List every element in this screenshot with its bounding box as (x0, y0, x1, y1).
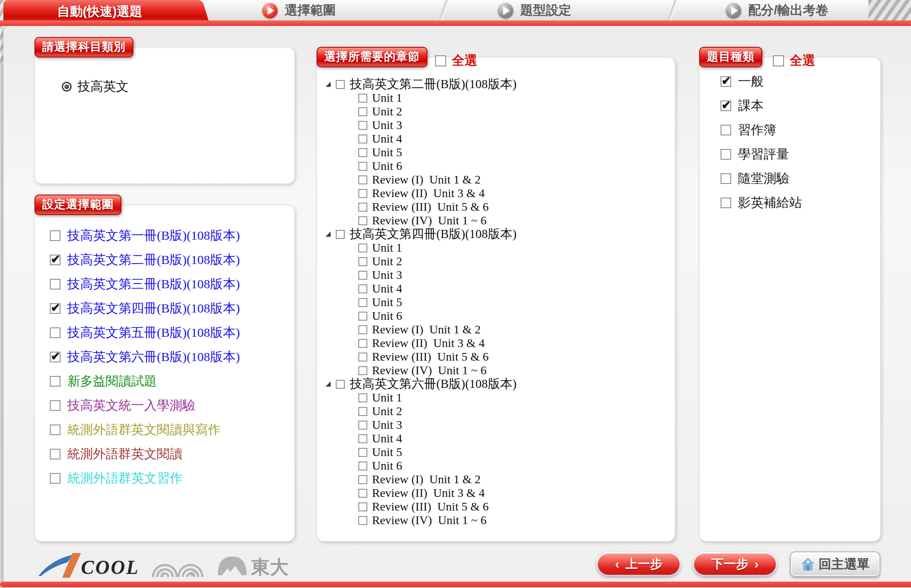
chapter-unit-row[interactable]: Unit 1 (358, 91, 671, 105)
chapter-unit-row[interactable]: Review (IV) Unit 1 ~ 6 (358, 513, 671, 527)
chapter-unit-checkbox[interactable] (358, 298, 367, 307)
chapter-unit-row[interactable]: Unit 5 (358, 146, 671, 159)
range-item-row[interactable]: 統測外語群英文習作 (50, 466, 289, 490)
chapter-unit-row[interactable]: Unit 4 (358, 132, 671, 146)
chapter-unit-checkbox[interactable] (358, 489, 367, 498)
range-item-row[interactable]: 技高英文第四冊(B版)(108版本) (50, 296, 289, 321)
chapter-unit-checkbox[interactable] (358, 107, 367, 116)
types-select-all[interactable]: 全選 (773, 52, 815, 69)
chapter-unit-row[interactable]: Unit 3 (358, 118, 671, 132)
tab-select-range[interactable]: 選擇範圍 (262, 0, 336, 20)
chapter-unit-row[interactable]: Review (III) Unit 5 & 6 (358, 200, 671, 214)
chapter-unit-row[interactable]: Unit 2 (358, 404, 671, 418)
chapter-unit-checkbox[interactable] (358, 216, 367, 225)
chapter-unit-checkbox[interactable] (358, 121, 367, 130)
chapter-unit-row[interactable]: Review (I) Unit 1 & 2 (358, 173, 671, 186)
range-item-row[interactable]: 技高英文第五冊(B版)(108版本) (50, 321, 289, 345)
chapter-unit-checkbox[interactable] (358, 257, 367, 266)
chapters-select-all-checkbox[interactable] (435, 55, 446, 66)
range-item-checkbox[interactable] (50, 279, 61, 290)
chapter-unit-row[interactable]: Review (I) Unit 1 & 2 (358, 323, 671, 336)
tree-expanded-icon[interactable] (326, 82, 331, 87)
range-item-checkbox[interactable] (50, 303, 61, 314)
question-kind-row[interactable]: 習作簿 (721, 118, 876, 142)
range-item-row[interactable]: 技高英文統一入學測驗 (50, 393, 289, 418)
tree-expanded-icon[interactable] (326, 232, 331, 237)
return-main-menu-button[interactable]: 回主選單 (790, 551, 880, 577)
chapter-unit-row[interactable]: Review (I) Unit 1 & 2 (358, 473, 671, 486)
range-item-row[interactable]: 技高英文第二冊(B版)(108版本) (50, 248, 289, 272)
question-kind-checkbox[interactable] (721, 173, 731, 184)
chapter-unit-checkbox[interactable] (358, 421, 367, 430)
chapter-unit-checkbox[interactable] (358, 284, 367, 293)
chapter-unit-checkbox[interactable] (358, 434, 367, 443)
chapter-book-checkbox[interactable] (336, 380, 345, 389)
chapter-unit-row[interactable]: Review (II) Unit 3 & 4 (358, 486, 671, 500)
question-kind-checkbox[interactable] (721, 198, 731, 208)
chapter-unit-checkbox[interactable] (358, 203, 367, 212)
range-item-checkbox[interactable] (50, 230, 61, 241)
range-item-row[interactable]: 統測外語群英文閱讀 (50, 442, 289, 466)
chapter-unit-checkbox[interactable] (358, 339, 367, 348)
question-kind-checkbox[interactable] (721, 149, 731, 160)
chapter-unit-row[interactable]: Unit 3 (358, 418, 671, 432)
subject-radio-row[interactable]: 技高英文 (62, 78, 129, 95)
question-kind-checkbox[interactable] (721, 125, 731, 135)
chapter-unit-row[interactable]: Unit 1 (358, 241, 671, 255)
range-item-row[interactable]: 新多益閱讀試題 (50, 369, 289, 393)
chapter-unit-checkbox[interactable] (358, 475, 367, 484)
range-item-checkbox[interactable] (50, 376, 61, 387)
chapter-book-row[interactable]: 技高英文第四冊(B版)(108版本) (326, 227, 671, 241)
chapter-unit-row[interactable]: Review (III) Unit 5 & 6 (358, 500, 671, 513)
chapter-book-row[interactable]: 技高英文第六冊(B版)(108版本) (326, 377, 671, 391)
chapter-unit-checkbox[interactable] (358, 271, 367, 280)
chapter-unit-row[interactable]: Unit 2 (358, 255, 671, 268)
chapter-unit-row[interactable]: Unit 5 (358, 445, 671, 459)
tree-expanded-icon[interactable] (326, 381, 331, 387)
chapter-unit-row[interactable]: Review (III) Unit 5 & 6 (358, 350, 671, 364)
tab-auto-quick-pick[interactable]: 自動(快速)選題 (3, 0, 196, 20)
chapter-unit-row[interactable]: Unit 5 (358, 295, 671, 309)
range-item-checkbox[interactable] (50, 473, 61, 484)
question-kind-row[interactable]: 課本 (721, 94, 876, 118)
range-item-row[interactable]: 技高英文第三冊(B版)(108版本) (50, 272, 289, 296)
chapter-unit-checkbox[interactable] (358, 462, 367, 470)
range-item-row[interactable]: 統測外語群英文閱讀與寫作 (50, 418, 289, 442)
chapter-book-row[interactable]: 技高英文第二冊(B版)(108版本) (326, 77, 671, 91)
range-item-checkbox[interactable] (50, 352, 61, 362)
chapter-unit-row[interactable]: Unit 2 (358, 105, 671, 118)
chapter-unit-row[interactable]: Unit 6 (358, 459, 671, 473)
chapter-unit-row[interactable]: Unit 3 (358, 268, 671, 282)
chapter-unit-checkbox[interactable] (358, 148, 367, 157)
chapter-unit-checkbox[interactable] (358, 353, 367, 361)
chapter-unit-checkbox[interactable] (358, 312, 367, 321)
chapter-unit-row[interactable]: Unit 4 (358, 432, 671, 445)
tab-question-type-settings[interactable]: 題型設定 (498, 0, 571, 20)
chapter-unit-checkbox[interactable] (358, 407, 367, 416)
question-kind-row[interactable]: 學習評量 (721, 142, 876, 166)
tab-score-output[interactable]: 配分/輸出考卷 (726, 0, 828, 20)
chapter-book-checkbox[interactable] (336, 230, 345, 239)
chapter-unit-row[interactable]: Unit 6 (358, 159, 671, 173)
types-select-all-checkbox[interactable] (773, 55, 784, 66)
chapter-unit-checkbox[interactable] (358, 189, 367, 198)
chapter-unit-checkbox[interactable] (358, 175, 367, 184)
chapter-unit-checkbox[interactable] (358, 448, 367, 457)
subject-radio[interactable] (62, 82, 72, 92)
chapter-unit-row[interactable]: Unit 6 (358, 309, 671, 323)
range-item-row[interactable]: 技高英文第一冊(B版)(108版本) (50, 224, 289, 248)
question-kind-row[interactable]: 影英補給站 (721, 191, 876, 215)
range-item-checkbox[interactable] (50, 449, 61, 459)
chapter-unit-checkbox[interactable] (358, 502, 367, 511)
chapter-unit-checkbox[interactable] (358, 244, 367, 252)
chapters-select-all[interactable]: 全選 (435, 52, 477, 69)
chapter-unit-checkbox[interactable] (358, 516, 367, 525)
range-item-checkbox[interactable] (50, 425, 61, 435)
chapter-unit-checkbox[interactable] (358, 325, 367, 334)
question-kind-row[interactable]: 隨堂測驗 (721, 166, 876, 191)
range-item-row[interactable]: 技高英文第六冊(B版)(108版本) (50, 345, 289, 369)
range-item-checkbox[interactable] (50, 400, 61, 411)
chapter-unit-row[interactable]: Review (II) Unit 3 & 4 (358, 186, 671, 200)
next-step-button[interactable]: 下一步 › (693, 552, 777, 576)
chapter-unit-checkbox[interactable] (358, 94, 367, 103)
